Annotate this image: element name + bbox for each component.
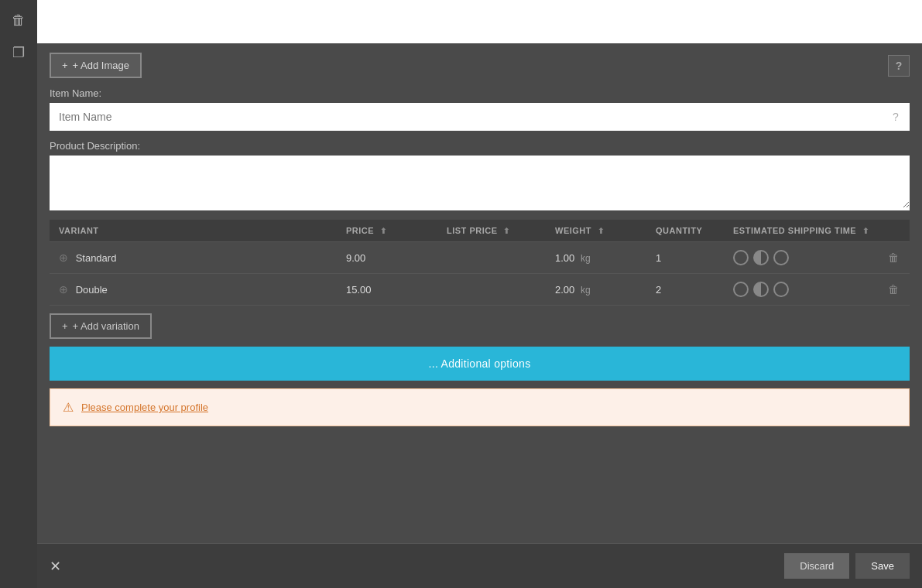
- quantity-cell: 2: [646, 274, 724, 306]
- price-value: 9.00: [346, 252, 365, 264]
- price-sort-icon[interactable]: ⬆: [380, 227, 387, 235]
- list-price-cell: [437, 242, 546, 274]
- weight-unit: kg: [581, 253, 591, 264]
- form-area: + + Add Image ? Item Name: ? Product Des…: [37, 43, 922, 543]
- copy-sidebar-icon[interactable]: ❐: [6, 40, 31, 65]
- discard-button[interactable]: Discard: [784, 553, 849, 579]
- weight-cell: 2.00 kg: [546, 274, 646, 306]
- th-quantity: QUANTITY: [646, 220, 724, 242]
- close-button[interactable]: ✕: [50, 558, 61, 575]
- product-description-label: Product Description:: [50, 140, 910, 152]
- add-variation-label: + Add variation: [73, 320, 139, 332]
- table-row: ⊕ Double 15.00 2.00 kg 2: [50, 274, 910, 306]
- weight-value: 2.00: [555, 284, 574, 296]
- item-name-label: Item Name:: [50, 87, 910, 99]
- add-image-label: + Add Image: [73, 60, 129, 71]
- shipping-circle-3[interactable]: [773, 282, 789, 297]
- item-name-input[interactable]: [50, 103, 885, 131]
- shipping-sort-icon[interactable]: ⬆: [862, 227, 869, 235]
- add-variation-plus-icon: +: [62, 320, 68, 332]
- th-shipping: ESTIMATED SHIPPING TIME ⬆: [724, 220, 879, 242]
- main-content: + + Add Image ? Item Name: ? Product Des…: [37, 0, 922, 588]
- shipping-circle-2[interactable]: [753, 282, 769, 297]
- shipping-circle-1[interactable]: [733, 282, 749, 297]
- add-image-button[interactable]: + + Add Image: [50, 53, 142, 78]
- variants-table: VARIANT PRICE ⬆ LIST PRICE ⬆ WEIGHT ⬆: [50, 220, 910, 306]
- table-row: ⊕ Standard 9.00 1.00 kg 1: [50, 242, 910, 274]
- help-button[interactable]: ?: [888, 55, 910, 77]
- shipping-circle-3[interactable]: [773, 250, 789, 265]
- bottom-bar: ✕ Discard Save: [37, 543, 922, 588]
- th-list-price: LIST PRICE ⬆: [437, 220, 546, 242]
- additional-options-button[interactable]: ... Additional options: [50, 347, 910, 381]
- top-bar: [37, 0, 922, 43]
- drag-handle[interactable]: ⊕: [59, 251, 68, 264]
- th-variant: VARIANT: [50, 220, 337, 242]
- actions-cell: 🗑: [879, 274, 910, 306]
- variant-name: Standard: [76, 252, 117, 264]
- shipping-cell: [724, 274, 879, 306]
- actions-cell: 🗑: [879, 242, 910, 274]
- quantity-value: 2: [656, 284, 661, 296]
- item-name-input-row: ?: [50, 103, 910, 131]
- variant-name: Double: [76, 284, 108, 296]
- complete-profile-link[interactable]: Please complete your profile: [81, 402, 208, 413]
- shipping-circle-1[interactable]: [733, 250, 749, 265]
- trash-sidebar-icon[interactable]: 🗑: [6, 8, 31, 32]
- item-name-group: Item Name: ?: [50, 87, 910, 131]
- shipping-circle-2[interactable]: [753, 250, 769, 265]
- th-price: PRICE ⬆: [337, 220, 437, 242]
- quantity-cell: 1: [646, 242, 724, 274]
- save-button[interactable]: Save: [855, 553, 910, 579]
- description-textarea-wrapper: [50, 156, 910, 210]
- th-actions: [879, 220, 910, 242]
- list-price-cell: [437, 274, 546, 306]
- action-buttons: Discard Save: [784, 553, 910, 579]
- price-cell: 15.00: [337, 274, 437, 306]
- price-cell: 9.00: [337, 242, 437, 274]
- product-description-group: Product Description:: [50, 140, 910, 210]
- price-value: 15.00: [346, 284, 372, 296]
- weight-unit: kg: [581, 285, 591, 296]
- variant-cell: ⊕ Double: [50, 274, 337, 306]
- shipping-icons: [733, 282, 869, 297]
- shipping-cell: [724, 242, 879, 274]
- drag-handle[interactable]: ⊕: [59, 283, 68, 296]
- sidebar: 🗑 ❐: [0, 0, 37, 588]
- quantity-value: 1: [656, 252, 661, 264]
- item-name-help-icon[interactable]: ?: [885, 106, 907, 128]
- warning-banner: ⚠ Please complete your profile: [50, 388, 910, 426]
- add-variation-button[interactable]: + + Add variation: [50, 313, 152, 339]
- warning-icon: ⚠: [63, 400, 74, 415]
- delete-row-icon[interactable]: 🗑: [888, 283, 899, 296]
- shipping-icons: [733, 250, 869, 265]
- delete-row-icon[interactable]: 🗑: [888, 251, 899, 264]
- th-weight: WEIGHT ⬆: [546, 220, 646, 242]
- variant-cell: ⊕ Standard: [50, 242, 337, 274]
- product-description-input[interactable]: [50, 156, 910, 208]
- weight-value: 1.00: [555, 252, 574, 264]
- toolbar-row: + + Add Image ?: [50, 53, 910, 78]
- plus-icon: +: [62, 60, 68, 71]
- list-price-sort-icon[interactable]: ⬆: [503, 227, 510, 235]
- weight-sort-icon[interactable]: ⬆: [598, 227, 605, 235]
- weight-cell: 1.00 kg: [546, 242, 646, 274]
- additional-options-label: ... Additional options: [429, 357, 531, 370]
